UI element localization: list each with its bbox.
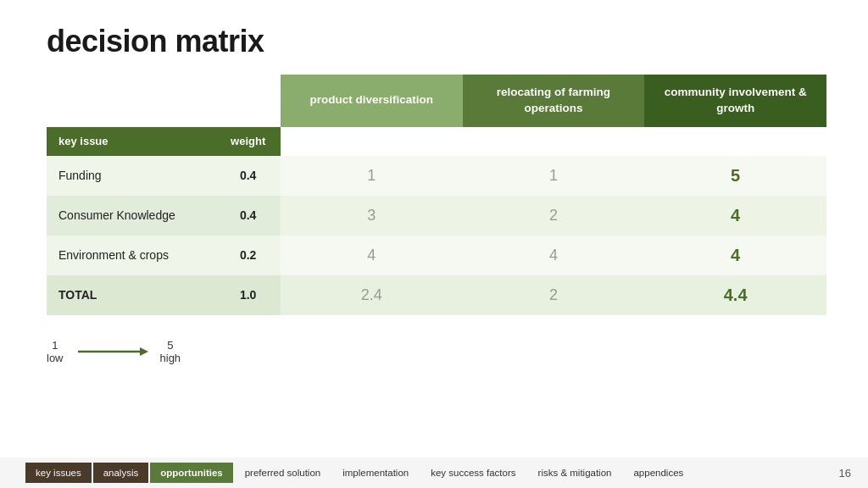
nav-item[interactable]: risks & mitigation — [528, 463, 622, 483]
row-ci: 4 — [644, 196, 826, 236]
bottom-nav: key issuesanalysisopportunitiespreferred… — [0, 458, 868, 488]
row-pd: 3 — [281, 196, 463, 236]
subheader-key-issue: key issue — [47, 127, 215, 156]
legend-low-label: low — [47, 352, 64, 364]
subheader-weight: weight — [215, 127, 281, 156]
nav-item[interactable]: appendices — [623, 463, 693, 483]
row-ci: 4 — [644, 236, 826, 275]
row-ci: 5 — [644, 156, 826, 196]
nav-item[interactable]: analysis — [93, 463, 149, 483]
row-weight: 1.0 — [215, 275, 281, 315]
row-weight: 0.2 — [215, 236, 281, 275]
legend-low-value: 1 — [52, 339, 58, 352]
row-rf: 2 — [463, 275, 645, 315]
header-product-diversification: product diversification — [281, 75, 463, 127]
nav-item[interactable]: key issues — [25, 463, 92, 483]
row-weight: 0.4 — [215, 196, 281, 236]
header-empty2 — [215, 75, 281, 127]
nav-item[interactable]: opportunities — [150, 463, 232, 483]
row-rf: 4 — [463, 236, 645, 275]
table-row: TOTAL 1.0 2.4 2 4.4 — [47, 275, 826, 315]
main-content: product diversification relocating of fa… — [0, 75, 868, 315]
svg-marker-1 — [140, 347, 148, 356]
nav-item[interactable]: implementation — [332, 463, 419, 483]
legend-low: 1 low — [47, 339, 64, 364]
row-pd: 1 — [281, 156, 463, 196]
decision-matrix-table: product diversification relocating of fa… — [47, 75, 826, 315]
row-issue: Environment & crops — [47, 236, 215, 275]
legend-high-value: 5 — [167, 339, 173, 352]
legend-high-label: high — [160, 352, 181, 364]
header-relocating-farming: relocating of farming operations — [463, 75, 645, 127]
table-row: Consumer Knowledge 0.4 3 2 4 — [47, 196, 826, 236]
nav-item[interactable]: preferred solution — [235, 463, 331, 483]
page-number: 16 — [839, 467, 851, 480]
header-empty1 — [47, 75, 215, 127]
row-weight: 0.4 — [215, 156, 281, 196]
legend-high: 5 high — [160, 339, 181, 364]
row-pd: 4 — [281, 236, 463, 275]
row-ci: 4.4 — [644, 275, 826, 315]
legend: 1 low 5 high — [0, 339, 868, 364]
table-row: Funding 0.4 1 1 5 — [47, 156, 826, 196]
row-pd: 2.4 — [281, 275, 463, 315]
subheader-empty3 — [644, 127, 826, 156]
header-community-involvement: community involvement & growth — [644, 75, 826, 127]
row-rf: 2 — [463, 196, 645, 236]
row-issue: TOTAL — [47, 275, 215, 315]
page-title: decision matrix — [0, 0, 868, 75]
row-rf: 1 — [463, 156, 645, 196]
nav-item[interactable]: key success factors — [420, 463, 526, 483]
row-issue: Funding — [47, 156, 215, 196]
subheader-empty2 — [463, 127, 645, 156]
subheader-empty1 — [281, 127, 463, 156]
row-issue: Consumer Knowledge — [47, 196, 215, 236]
legend-arrow — [74, 343, 150, 360]
table-row: Environment & crops 0.2 4 4 4 — [47, 236, 826, 275]
